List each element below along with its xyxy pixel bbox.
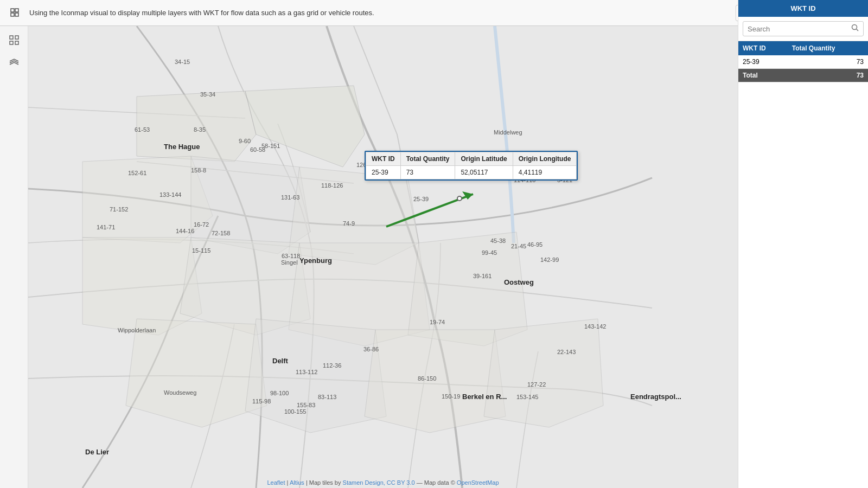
svg-rect-18 <box>15 36 18 39</box>
row-wkt-id: 25-39 <box>738 55 788 69</box>
panel-title: WKT ID <box>738 0 868 17</box>
svg-rect-19 <box>10 41 13 44</box>
col-header-wkt: WKT ID <box>738 41 788 55</box>
tooltip-table: WKT ID Total Quantity Origin Latitude Or… <box>366 152 577 179</box>
leaflet-link[interactable]: Leaflet <box>267 479 285 486</box>
tooltip-wkt-id: 25-39 <box>366 166 401 179</box>
col-header-qty: Total Quantity <box>788 41 868 55</box>
svg-rect-1 <box>15 9 18 12</box>
tooltip-header-lat: Origin Latitude <box>455 152 513 166</box>
svg-rect-2 <box>11 13 14 16</box>
svg-rect-20 <box>15 41 18 44</box>
right-panel: WKT ID WKT ID Total Quantity 25-39 73 To… <box>738 0 868 488</box>
total-value: 73 <box>788 69 868 82</box>
sidebar-layers-icon[interactable] <box>4 53 24 73</box>
grid-icon[interactable] <box>5 3 25 23</box>
search-area <box>738 17 868 41</box>
search-input[interactable] <box>748 25 851 33</box>
left-sidebar <box>0 26 28 488</box>
tooltip-row: 25-39 73 52,05117 4,41119 <box>366 166 577 179</box>
table-header-row: WKT ID Total Quantity <box>738 41 868 55</box>
search-icon[interactable] <box>851 24 859 34</box>
svg-marker-22 <box>137 91 256 162</box>
row-qty: 73 <box>788 55 868 69</box>
footer-dash: — Map data © <box>417 479 457 486</box>
total-label: Total <box>738 69 788 82</box>
svg-point-37 <box>852 25 857 30</box>
table-row[interactable]: 25-39 73 <box>738 55 868 69</box>
map-tooltip: WKT ID Total Quantity Origin Latitude Or… <box>365 151 578 181</box>
page-title: Using the Iconmap visual to display mult… <box>29 9 736 17</box>
data-table: WKT ID Total Quantity 25-39 73 Total 73 <box>738 41 868 82</box>
footer-middle: | Map tiles by <box>306 479 343 486</box>
svg-marker-33 <box>365 330 506 433</box>
sidebar-grid-icon[interactable] <box>4 30 24 50</box>
svg-marker-34 <box>484 319 603 427</box>
svg-rect-0 <box>11 9 14 12</box>
map-area[interactable]: 34-1535-3461-538-359-6060-5858-151126-25… <box>28 26 738 488</box>
total-row: Total 73 <box>738 69 868 82</box>
tooltip-header-qty: Total Quantity <box>400 152 455 166</box>
osm-link[interactable]: OpenStreetMap <box>457 479 499 486</box>
svg-rect-3 <box>15 13 18 16</box>
svg-line-38 <box>857 29 859 31</box>
search-wrap <box>743 21 864 36</box>
stamen-link[interactable]: Stamen Design, CC BY 3.0 <box>343 479 415 486</box>
tooltip-qty: 73 <box>400 166 455 179</box>
tooltip-lon: 4,41119 <box>513 166 577 179</box>
tooltip-lat: 52,05117 <box>455 166 513 179</box>
map-footer: Leaflet | Altius | Map tiles by Stamen D… <box>267 479 499 486</box>
tooltip-header-lon: Origin Longitude <box>513 152 577 166</box>
svg-rect-17 <box>10 36 13 39</box>
tooltip-header-wkt: WKT ID <box>366 152 401 166</box>
altius-link[interactable]: Altius <box>290 479 304 486</box>
